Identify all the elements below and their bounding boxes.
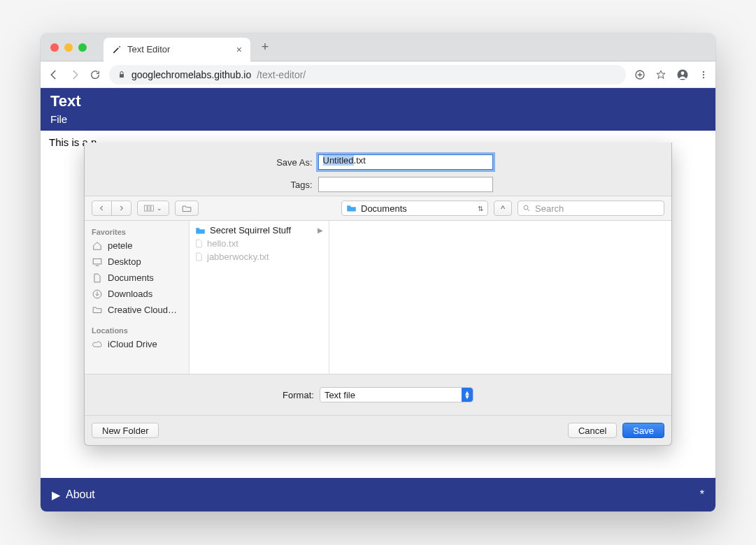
current-folder-label: Documents xyxy=(361,203,407,214)
sidebar: Favorites petele Desktop Documents xyxy=(85,221,190,374)
bookmark-icon[interactable] xyxy=(655,69,666,80)
location-popup[interactable]: Documents ⇅ xyxy=(341,201,488,216)
sidebar-item-documents[interactable]: Documents xyxy=(85,270,189,286)
sidebar-item-downloads[interactable]: Downloads xyxy=(85,286,189,302)
download-icon xyxy=(92,289,103,299)
cancel-button[interactable]: Cancel xyxy=(568,423,617,438)
lock-icon xyxy=(117,71,126,79)
forward-button[interactable] xyxy=(69,68,81,81)
svg-rect-6 xyxy=(145,205,148,211)
file-column-1: Secret Squirrel Stuff ▶ hello.txt jabber… xyxy=(190,221,329,374)
sidebar-item-icloud[interactable]: iCloud Drive xyxy=(85,336,189,352)
menu-icon[interactable] xyxy=(699,70,708,80)
svg-point-4 xyxy=(703,73,704,75)
save-dialog: Save As: Untitled.txt Tags: ⌄ xyxy=(84,143,672,446)
traffic-lights xyxy=(41,43,97,52)
view-mode-button[interactable]: ⌄ xyxy=(137,201,169,216)
svg-rect-10 xyxy=(93,259,101,264)
dialog-buttons: New Folder Cancel Save xyxy=(85,416,671,445)
titlebar: Text Editor × + xyxy=(41,34,715,61)
file-name: jabberwocky.txt xyxy=(207,252,269,262)
search-placeholder: Search xyxy=(535,203,564,214)
file-item[interactable]: jabberwocky.txt xyxy=(190,250,329,263)
svg-rect-8 xyxy=(151,205,154,211)
svg-point-9 xyxy=(524,205,528,210)
filename-selected-part: Untitled xyxy=(323,155,354,166)
format-value: Text file xyxy=(324,390,355,400)
tags-label: Tags: xyxy=(264,180,313,190)
file-icon xyxy=(195,252,203,261)
page-viewport: Text File This is a n ▶ About * Save As:… xyxy=(41,88,715,511)
select-arrows-icon: ▲▼ xyxy=(462,388,473,402)
profile-icon[interactable] xyxy=(676,68,689,81)
address-bar[interactable]: googlechromelabs.github.io/text-editor/ xyxy=(109,65,626,85)
group-button[interactable] xyxy=(175,201,199,216)
nav-forward-icon[interactable] xyxy=(111,201,131,215)
close-tab-button[interactable]: × xyxy=(236,44,242,55)
svg-point-5 xyxy=(703,76,704,78)
app-header: Text File xyxy=(41,88,715,131)
file-menu[interactable]: File xyxy=(50,113,706,125)
cloud-icon xyxy=(92,340,103,348)
file-item[interactable]: hello.txt xyxy=(190,237,329,250)
file-column-2 xyxy=(329,221,671,374)
nav-back-forward[interactable] xyxy=(92,201,131,216)
browser-actions xyxy=(634,68,708,81)
format-select[interactable]: Text file ▲▼ xyxy=(320,387,473,402)
new-tab-button[interactable]: + xyxy=(255,40,276,54)
filename-ext: .txt xyxy=(354,155,366,166)
about-label[interactable]: About xyxy=(66,488,95,501)
sidebar-item-label: Downloads xyxy=(108,289,152,299)
file-item-folder[interactable]: Secret Squirrel Stuff ▶ xyxy=(190,224,329,237)
pencil-icon xyxy=(112,45,122,54)
search-box[interactable]: Search xyxy=(518,201,664,216)
sidebar-item-home[interactable]: petele xyxy=(85,238,189,254)
new-folder-button[interactable]: New Folder xyxy=(92,423,159,438)
locations-header: Locations xyxy=(85,324,189,336)
file-browser: Favorites petele Desktop Documents xyxy=(85,221,671,375)
nav-back-icon[interactable] xyxy=(92,201,111,215)
favorites-header: Favorites xyxy=(85,225,189,238)
updown-icon: ⇅ xyxy=(478,205,483,212)
browser-toolbar: googlechromelabs.github.io/text-editor/ xyxy=(41,61,715,88)
format-label: Format: xyxy=(283,390,314,400)
desktop-icon xyxy=(92,258,103,266)
app-title: Text xyxy=(50,92,706,110)
save-button[interactable]: Save xyxy=(622,423,664,438)
sidebar-item-label: iCloud Drive xyxy=(108,339,157,349)
file-name: Secret Squirrel Stuff xyxy=(210,225,291,235)
file-name: hello.txt xyxy=(207,238,238,249)
folder-icon xyxy=(92,306,103,314)
save-as-label: Save As: xyxy=(264,157,313,168)
app-footer: ▶ About * xyxy=(41,478,715,511)
tab-title: Text Editor xyxy=(127,44,170,54)
folder-group-icon xyxy=(176,201,198,215)
columns-icon: ⌄ xyxy=(138,201,169,215)
modified-indicator: * xyxy=(700,488,704,501)
folder-icon xyxy=(346,204,357,212)
minimize-window-button[interactable] xyxy=(64,43,73,52)
disclosure-icon[interactable]: ▶ xyxy=(52,488,60,502)
browser-tab[interactable]: Text Editor × xyxy=(104,38,250,61)
close-window-button[interactable] xyxy=(50,43,59,52)
browser-window: Text Editor × + googlechromelabs.github.… xyxy=(41,34,715,511)
search-icon xyxy=(522,204,531,212)
install-app-icon[interactable] xyxy=(634,69,646,80)
url-domain: googlechromelabs.github.io xyxy=(131,69,251,80)
home-icon xyxy=(92,241,103,251)
url-path: /text-editor/ xyxy=(257,69,306,80)
svg-point-3 xyxy=(703,71,704,72)
reload-button[interactable] xyxy=(90,69,101,80)
sidebar-item-label: Desktop xyxy=(108,256,141,267)
file-icon xyxy=(195,239,203,248)
collapse-button[interactable]: ^ xyxy=(494,201,512,216)
dialog-toolbar: ⌄ Documents ⇅ ^ Search xyxy=(85,196,671,221)
sidebar-item-desktop[interactable]: Desktop xyxy=(85,254,189,270)
back-button[interactable] xyxy=(48,68,60,81)
sidebar-item-label: Creative Cloud… xyxy=(108,305,177,315)
maximize-window-button[interactable] xyxy=(78,43,87,52)
tags-input[interactable] xyxy=(318,177,493,192)
sidebar-item-creative-cloud[interactable]: Creative Cloud… xyxy=(85,302,189,318)
filename-input[interactable]: Untitled.txt xyxy=(318,154,493,170)
folder-icon xyxy=(195,226,206,235)
